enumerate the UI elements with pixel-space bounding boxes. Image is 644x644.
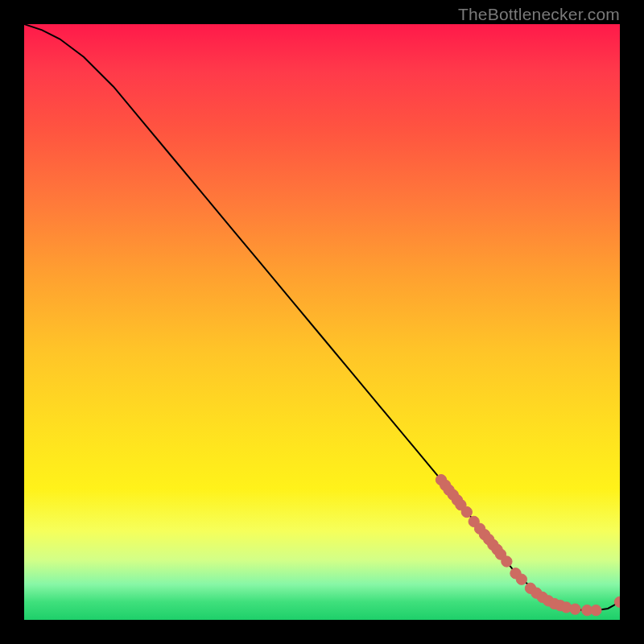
chart-overlay bbox=[24, 24, 620, 620]
curve-marker bbox=[452, 495, 462, 506]
curve-marker bbox=[570, 604, 580, 614]
curve-marker bbox=[502, 556, 512, 567]
curve-marker bbox=[614, 597, 620, 607]
bottleneck-curve bbox=[24, 24, 620, 610]
curve-marker bbox=[474, 523, 485, 534]
curve-marker bbox=[461, 506, 472, 517]
curve-marker bbox=[444, 485, 454, 495]
curve-marker bbox=[492, 544, 502, 555]
curve-marker bbox=[448, 489, 458, 500]
curve-markers bbox=[436, 474, 620, 615]
curve-marker bbox=[436, 474, 446, 485]
curve-marker bbox=[510, 568, 521, 579]
curve-marker bbox=[495, 549, 506, 559]
curve-marker bbox=[549, 598, 559, 609]
curve-marker bbox=[456, 500, 466, 510]
curve-marker bbox=[440, 480, 451, 490]
curve-marker bbox=[479, 530, 489, 540]
curve-marker bbox=[537, 592, 547, 602]
curve-marker bbox=[488, 539, 498, 550]
curve-marker bbox=[531, 588, 542, 598]
curve-marker bbox=[484, 534, 494, 544]
curve-marker bbox=[525, 583, 535, 593]
chart-stage: TheBottlenecker.com bbox=[0, 0, 644, 644]
curve-marker bbox=[469, 516, 479, 526]
plot-area bbox=[24, 24, 620, 620]
curve-marker bbox=[561, 602, 572, 613]
curve-marker bbox=[591, 605, 601, 616]
watermark-text: TheBottlenecker.com bbox=[458, 5, 620, 24]
curve-marker bbox=[543, 596, 554, 606]
curve-marker bbox=[555, 601, 565, 611]
curve-marker bbox=[516, 574, 526, 584]
curve-marker bbox=[582, 605, 592, 616]
